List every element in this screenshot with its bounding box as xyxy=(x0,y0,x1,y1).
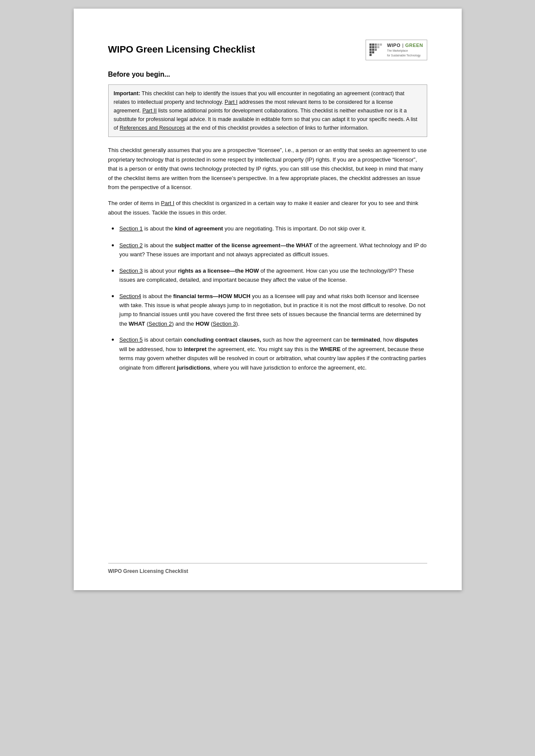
section-1-link: Section 1 xyxy=(119,225,143,232)
section-5-link: Section 5 xyxy=(119,336,143,343)
bullet-symbol: • xyxy=(112,336,114,345)
section-3-link: Section 3 xyxy=(119,268,143,274)
list-item: • Section 1 is about the kind of agreeme… xyxy=(108,224,427,234)
section-2-link: Section 2 xyxy=(119,242,143,249)
intro-para-1: This checklist generally assumes that yo… xyxy=(108,146,427,192)
bullet-content-5: Section 5 is about certain concluding co… xyxy=(119,335,427,372)
important-text: Important: This checklist can help to id… xyxy=(114,90,418,131)
logo-green: GREEN xyxy=(405,43,423,48)
page-footer: WIPO Green Licensing Checklist xyxy=(108,563,427,575)
section-bullet-list: • Section 1 is about the kind of agreeme… xyxy=(108,224,427,372)
interpret-bold: interpret xyxy=(184,346,206,352)
bullet-symbol: • xyxy=(112,292,114,302)
logo-text-block: WIPO | GREEN The Marketplace for Sustain… xyxy=(387,43,423,57)
section-4-bold: financial terms—HOW MUCH xyxy=(173,293,250,299)
logo-line1: The Marketplace xyxy=(387,49,423,53)
section-3-ref: Section 3 xyxy=(213,320,236,327)
section-2-ref: Section 2 xyxy=(148,320,172,327)
logo-sep: | xyxy=(402,43,404,48)
logo-wipo: WIPO xyxy=(387,43,400,48)
important-bold: Important: xyxy=(114,90,141,96)
part-i-link: Part I xyxy=(225,99,238,105)
how-bold: HOW xyxy=(196,320,210,327)
intro-para-2: The order of items in Part I of this che… xyxy=(108,199,427,217)
bullet-symbol: • xyxy=(112,224,114,234)
bullet-content-4: Section4 is about the financial terms—HO… xyxy=(119,292,427,329)
logo-line2: for Sustainable Technology xyxy=(387,53,423,57)
jurisdictions-bold: jurisdictions xyxy=(177,364,210,371)
page: WIPO Green Licensing Checklist WIPO | xyxy=(74,9,462,590)
part-ii-link: Part II xyxy=(142,108,156,114)
section-3-bold: rights as a licensee—the HOW xyxy=(178,268,259,274)
list-item: • Section 5 is about certain concluding … xyxy=(108,335,427,372)
important-box: Important: This checklist can help to id… xyxy=(108,84,427,137)
section-1-bold: kind of agreement xyxy=(175,225,223,232)
section-4-link: Section4 xyxy=(119,293,141,299)
disputes-bold: disputes xyxy=(395,336,418,343)
references-link: References and Resources xyxy=(119,125,185,131)
bullet-content-2: Section 2 is about the subject matter of… xyxy=(119,241,427,259)
section-5-bold: concluding contract clauses, xyxy=(184,336,261,343)
bullet-symbol: • xyxy=(112,241,114,251)
list-item: • Section4 is about the financial terms—… xyxy=(108,292,427,329)
part-i-ref: Part I xyxy=(161,200,174,206)
before-you-begin-heading: Before you begin... xyxy=(108,71,427,78)
bullet-content-1: Section 1 is about the kind of agreement… xyxy=(119,224,427,233)
bullet-symbol: • xyxy=(112,267,114,276)
terminated-bold: terminated xyxy=(351,336,380,343)
footer-text: WIPO Green Licensing Checklist xyxy=(108,568,188,574)
header-area: WIPO Green Licensing Checklist WIPO | xyxy=(108,40,427,60)
list-item: • Section 2 is about the subject matter … xyxy=(108,241,427,259)
page-title: WIPO Green Licensing Checklist xyxy=(108,44,255,55)
list-item: • Section 3 is about your rights as a li… xyxy=(108,266,427,285)
section-2-bold: subject matter of the license agreement—… xyxy=(175,242,312,249)
bullet-content-3: Section 3 is about your rights as a lice… xyxy=(119,266,427,285)
where-bold: WHERE xyxy=(319,346,340,352)
wipo-green-logo: WIPO | GREEN The Marketplace for Sustain… xyxy=(366,40,427,60)
logo-icon xyxy=(369,44,382,56)
what-bold: WHAT xyxy=(129,320,145,327)
